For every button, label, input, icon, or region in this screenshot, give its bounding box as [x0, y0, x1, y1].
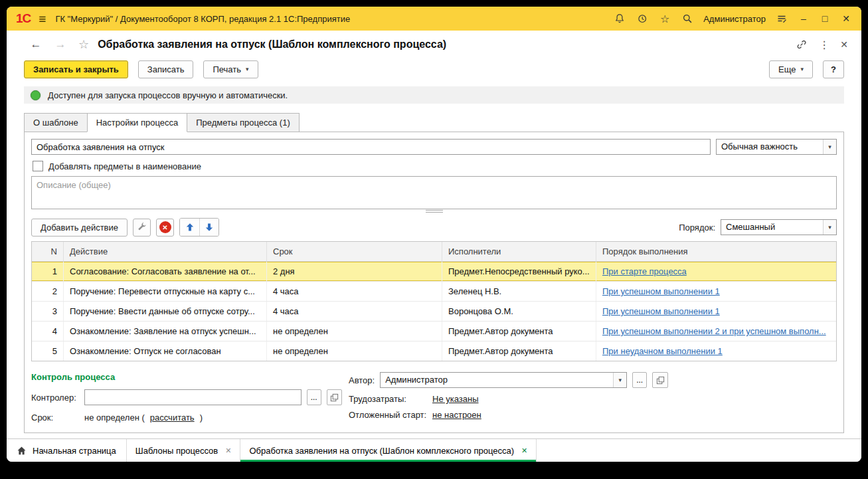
- delayed-start-link[interactable]: не настроен: [432, 410, 481, 420]
- table-row[interactable]: 3 Поручение: Ввести данные об отпуске со…: [32, 302, 836, 322]
- row-order-link[interactable]: При успешном выполнении 2 и при успешном…: [602, 326, 826, 336]
- row-term: 4 часа: [267, 282, 442, 301]
- row-term: не определен: [267, 322, 442, 341]
- 1c-logo: 1С: [16, 11, 31, 26]
- more-button[interactable]: Еще ▾: [769, 60, 813, 78]
- minimize-button[interactable]: –: [798, 13, 810, 24]
- col-order: Порядок выполнения: [596, 242, 836, 261]
- textarea-resize-grip[interactable]: [426, 210, 443, 213]
- row-order-link[interactable]: При успешном выполнении 1: [602, 286, 720, 296]
- author-select-button[interactable]: ...: [632, 372, 647, 388]
- row-order-link[interactable]: При старте процесса: [602, 266, 687, 276]
- controller-select-button[interactable]: ...: [307, 389, 321, 405]
- tab-process-settings[interactable]: Настройки процесса: [87, 113, 188, 132]
- row-action: Ознакомление: Заявление на отпуск успешн…: [64, 322, 267, 341]
- table-row[interactable]: 2 Поручение: Перевести отпускные на карт…: [32, 282, 836, 302]
- table-row[interactable]: 1 Согласование: Согласовать заявление на…: [32, 262, 836, 282]
- page-close-icon[interactable]: ✕: [840, 39, 848, 50]
- maximize-button[interactable]: □: [819, 13, 831, 24]
- app-window: 1С ≡ ГК "Меркурий" / Документооборот 8 К…: [7, 7, 861, 462]
- controller-label: Контролер:: [31, 393, 79, 403]
- table-row[interactable]: 4 Ознакомление: Заявление на отпуск успе…: [32, 322, 836, 341]
- main-menu-icon[interactable]: ≡: [39, 13, 46, 25]
- save-button[interactable]: Записать: [138, 60, 194, 78]
- more-label: Еще: [778, 64, 796, 74]
- order-combobox[interactable]: Смешанный ▾: [721, 219, 837, 235]
- term-value-suffix: ): [200, 413, 203, 423]
- description-textarea[interactable]: [31, 176, 837, 209]
- service-lines-icon: [776, 13, 787, 24]
- order-value: Смешанный: [721, 220, 823, 235]
- print-label: Печать: [213, 64, 241, 74]
- tab-strip: О шаблоне Настройки процесса Предметы пр…: [7, 109, 861, 132]
- author-combobox[interactable]: Администратор ▾: [380, 372, 627, 388]
- home-page-tab[interactable]: Начальная страница: [7, 439, 127, 462]
- arrow-up-icon: [185, 222, 195, 233]
- titlebar: 1С ≡ ГК "Меркурий" / Документооборот 8 К…: [7, 7, 861, 31]
- delete-row-button[interactable]: ✕: [156, 219, 174, 237]
- row-executors: Зеленец Н.В.: [442, 282, 596, 301]
- row-number: 4: [32, 322, 64, 341]
- window-tab-templates[interactable]: Шаблоны процессов ✕: [127, 439, 241, 462]
- status-message: Доступен для запуска процессов вручную и…: [48, 90, 288, 100]
- print-button[interactable]: Печать ▾: [203, 60, 258, 78]
- controller-input[interactable]: [84, 389, 302, 405]
- get-link-button[interactable]: [795, 38, 808, 51]
- author-open-button[interactable]: [652, 372, 668, 388]
- service-menu-button[interactable]: [775, 12, 788, 25]
- back-button[interactable]: ←: [27, 37, 45, 52]
- tools-button[interactable]: [133, 219, 151, 237]
- term-value-prefix: не определен (: [84, 413, 145, 423]
- importance-combobox[interactable]: Обычная важность ▾: [716, 139, 837, 155]
- history-button[interactable]: [636, 12, 649, 25]
- help-button[interactable]: ?: [823, 60, 844, 78]
- row-term: не определен: [267, 341, 442, 361]
- window-close-button[interactable]: ✕: [840, 13, 852, 24]
- window-tab-current[interactable]: Обработка заявления на отпуск (Шаблон ко…: [240, 439, 537, 462]
- importance-value: Обычная важность: [717, 140, 823, 154]
- row-number: 2: [32, 282, 64, 301]
- history-clock-icon: [637, 13, 648, 24]
- add-subjects-label: Добавлять предметы в наименование: [48, 161, 201, 171]
- move-row-group: [179, 218, 219, 237]
- tab-about-template[interactable]: О шаблоне: [24, 113, 88, 132]
- add-subjects-checkbox[interactable]: [33, 161, 43, 171]
- row-order-link[interactable]: При успешном выполнении 1: [602, 306, 720, 316]
- status-green-dot-icon: [31, 90, 41, 100]
- chevron-down-icon: ▾: [828, 225, 831, 231]
- chevron-down-icon: ▾: [828, 144, 831, 150]
- save-and-close-button[interactable]: Записать и закрыть: [24, 60, 128, 78]
- calculate-term-link[interactable]: рассчитать: [150, 413, 195, 423]
- favorites-button[interactable]: ☆: [658, 12, 671, 25]
- delayed-start-label: Отложенный старт:: [349, 410, 427, 420]
- search-button[interactable]: [681, 12, 694, 25]
- process-name-input[interactable]: [31, 139, 711, 155]
- row-action: Поручение: Перевести отпускные на карту …: [64, 282, 267, 301]
- process-settings-panel: Обычная важность ▾ Добавлять предметы в …: [24, 132, 844, 433]
- notifications-button[interactable]: [613, 12, 626, 25]
- current-user-menu[interactable]: Администратор: [703, 14, 766, 24]
- effort-link[interactable]: Не указаны: [432, 394, 479, 404]
- controller-open-button[interactable]: [327, 389, 342, 405]
- add-action-button[interactable]: Добавить действие: [31, 219, 128, 237]
- chevron-down-icon: ▾: [246, 66, 249, 72]
- tab-close-icon[interactable]: ✕: [225, 446, 231, 455]
- effort-label: Трудозатраты:: [349, 394, 427, 404]
- add-to-favorites-icon[interactable]: ☆: [78, 37, 89, 52]
- col-n: N: [32, 242, 64, 261]
- more-actions-icon[interactable]: ⋮: [819, 39, 829, 51]
- col-action: Действие: [64, 242, 267, 261]
- actions-table: N Действие Срок Исполнители Порядок выпо…: [31, 241, 837, 361]
- move-up-button[interactable]: [180, 219, 199, 236]
- tab-close-icon[interactable]: ✕: [521, 446, 527, 455]
- table-row[interactable]: 5 Ознакомление: Отпуск не согласован не …: [32, 341, 836, 361]
- open-copy-icon: [655, 375, 665, 385]
- move-down-button[interactable]: [199, 219, 218, 236]
- page-title: Обработка заявления на отпуск (Шаблон ко…: [98, 39, 446, 50]
- col-term: Срок: [267, 242, 442, 261]
- row-executors: Воронцова О.М.: [442, 302, 596, 321]
- author-label: Автор:: [349, 375, 375, 385]
- forward-button[interactable]: →: [51, 37, 70, 52]
- row-order-link[interactable]: При неудачном выполнении 1: [602, 346, 723, 356]
- tab-process-subjects[interactable]: Предметы процесса (1): [187, 113, 300, 132]
